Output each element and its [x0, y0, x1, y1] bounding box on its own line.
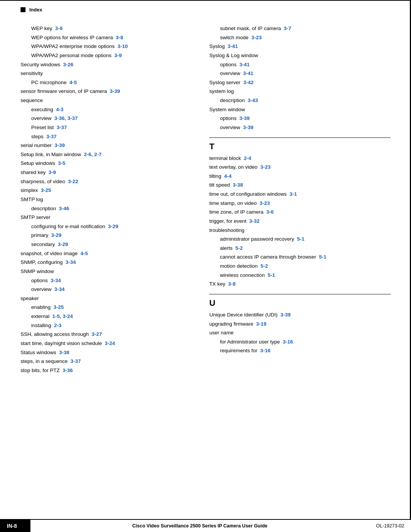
list-item: WPA/WPA2 personal mode options 3-9 — [21, 51, 194, 60]
list-item: wireless connection 5-1 — [209, 271, 390, 280]
list-item: system log — [209, 87, 390, 96]
list-item: switch mode 3-23 — [209, 33, 390, 42]
list-item: Setup windows 3-5 — [21, 159, 194, 168]
list-item: serial number 3-39 — [21, 141, 194, 150]
list-item: enabling 3-25 — [21, 303, 194, 312]
list-item: steps, in a sequence 3-37 — [21, 357, 194, 366]
list-item: snapshot, of video image 4-5 — [21, 249, 194, 258]
main-content: WEP key 3-9 WEP options for wireless IP … — [0, 16, 411, 398]
footer-doc-title: Cisco Video Surveillance 2500 Series IP … — [30, 521, 369, 531]
list-item: tilt speed 3-38 — [209, 181, 390, 190]
list-item: PC microphone 4-5 — [21, 78, 194, 87]
list-item: SNMP, configuring 3-34 — [21, 258, 194, 267]
list-item: simplex 3-25 — [21, 186, 194, 195]
list-item: overview 3-39 — [209, 123, 390, 132]
list-item: Unique Device Identifier (UDI) 3-39 — [209, 310, 390, 320]
list-item: options 3-34 — [21, 276, 194, 285]
list-item: Syslog 3-41 — [209, 42, 390, 51]
list-item: steps 3-37 — [21, 132, 194, 141]
list-item: configuring for e-mail notification 3-29 — [21, 222, 194, 231]
list-item: System window — [209, 105, 390, 114]
t-section-divider — [209, 137, 390, 138]
section-u-label: U — [209, 298, 390, 308]
list-item: options 3-41 — [209, 60, 390, 69]
list-item: stop bits, for PTZ 3-36 — [21, 366, 194, 375]
list-item: Setup link, in Main window 2-6, 2-7 — [21, 150, 194, 159]
list-item: overview 3-34 — [21, 285, 194, 294]
list-item: sensitivity — [21, 69, 194, 78]
right-column: subnet mask, of IP camera 3-7 switch mod… — [206, 24, 390, 375]
list-item: SSH, allowing access through 3-27 — [21, 330, 194, 339]
list-item: WEP key 3-9 — [21, 24, 194, 33]
list-item: start time, day/night vision schedule 3-… — [21, 339, 194, 348]
list-item: upgrading firmware 3-19 — [209, 320, 390, 329]
list-item: Syslog & Log window — [209, 51, 390, 60]
list-item: alerts 5-2 — [209, 244, 390, 253]
list-item: sharpness, of video 3-22 — [21, 177, 194, 186]
page-container: Index WEP key 3-9 WEP options for wirele… — [0, 0, 411, 532]
list-item: administrator password recovery 5-1 — [209, 235, 390, 244]
list-item: user name — [209, 328, 390, 337]
list-item: cannot access IP camera through browser … — [209, 252, 390, 262]
list-item: TX key 3-8 — [209, 280, 390, 289]
list-item: Security windows 3-26 — [21, 60, 194, 69]
list-item: Status windows 3-38 — [21, 348, 194, 357]
list-item: description 3-43 — [209, 96, 390, 105]
list-item: sensor firmware version, of IP camera 3-… — [21, 87, 194, 96]
header-square-icon — [21, 7, 25, 12]
list-item: WEP options for wireless IP camera 3-8 — [21, 33, 194, 42]
page-footer: IN-8 Cisco Video Surveillance 2500 Serie… — [0, 519, 411, 532]
list-item: subnet mask, of IP camera 3-7 — [209, 24, 390, 33]
list-item: options 3-39 — [209, 114, 390, 123]
list-item: time out, of configuration windows 3-1 — [209, 190, 390, 199]
header-title: Index — [29, 7, 42, 13]
u-section-divider — [209, 294, 390, 294]
list-item: SNMP window — [21, 267, 194, 276]
list-item: description 3-46 — [21, 204, 194, 213]
list-item: motion detection 5-2 — [209, 262, 390, 271]
list-item: primary 3-29 — [21, 231, 194, 240]
list-item: for Administrator user type 3-16 — [209, 337, 390, 347]
list-item: secondary 3-29 — [21, 240, 194, 249]
list-item: troubleshooting — [209, 226, 390, 235]
top-border — [0, 0, 411, 1]
list-item: installing 2-3 — [21, 321, 194, 330]
page-number: IN-8 — [0, 520, 30, 532]
section-t-label: T — [209, 142, 390, 152]
list-item: text overlay, on video 3-23 — [209, 163, 390, 172]
list-item: Syslog server 3-42 — [209, 78, 390, 87]
list-item: time zone, of IP camera 3-6 — [209, 208, 390, 217]
list-item: overview 3-41 — [209, 69, 390, 78]
list-item: requirements for 3-16 — [209, 346, 390, 355]
list-item: SMTP log — [21, 195, 194, 204]
left-column: WEP key 3-9 WEP options for wireless IP … — [21, 24, 206, 375]
list-item: trigger, for event 3-32 — [209, 217, 390, 226]
list-item: WPA/WPA2 enterprise mode options 3-10 — [21, 42, 194, 51]
list-item: Preset list 3-37 — [21, 123, 194, 132]
list-item: terminal block 2-4 — [209, 154, 390, 163]
page-header: Index — [0, 0, 411, 16]
list-item: executing 4-3 — [21, 105, 194, 114]
list-item: overview 3-36, 3-37 — [21, 114, 194, 123]
list-item: sequence — [21, 96, 194, 105]
list-item: tilting 4-4 — [209, 172, 390, 181]
list-item: shared key 3-9 — [21, 168, 194, 177]
footer-doc-number: OL-19273-02 — [369, 520, 411, 532]
list-item: external 1-5, 3-24 — [21, 312, 194, 321]
list-item: time stamp, on video 3-23 — [209, 199, 390, 208]
list-item: SMTP server — [21, 213, 194, 222]
list-item: speaker — [21, 294, 194, 303]
